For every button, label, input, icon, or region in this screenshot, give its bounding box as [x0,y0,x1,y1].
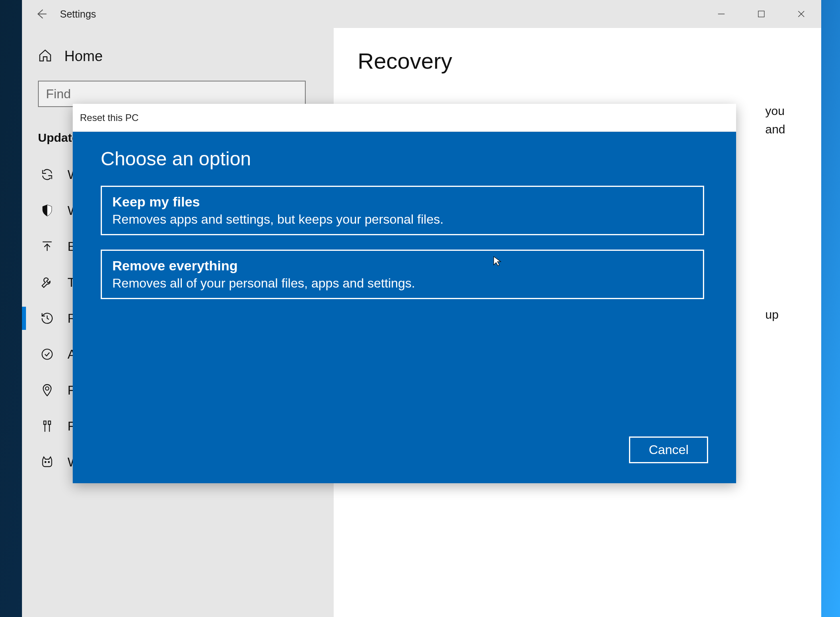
svg-rect-1 [758,11,764,17]
search-placeholder: Find [46,87,71,101]
shield-icon [40,204,55,217]
upload-icon [40,240,55,253]
developer-icon [40,419,55,433]
caption-buttons [701,0,821,28]
svg-rect-8 [48,421,51,425]
svg-rect-7 [44,421,46,425]
svg-point-5 [42,349,52,359]
ninja-cat-icon [40,455,55,469]
window-title: Settings [60,8,96,20]
close-icon [797,10,806,18]
option-remove-everything[interactable]: Remove everything Removes all of your pe… [101,250,704,299]
sidebar-home[interactable]: Home [38,48,318,65]
minimize-icon [717,10,726,18]
cancel-button[interactable]: Cancel [629,436,708,463]
history-icon [40,311,55,325]
option-keep-my-files[interactable]: Keep my files Removes apps and settings,… [101,186,704,235]
search-input[interactable]: Find [38,81,306,107]
option-desc: Removes apps and settings, but keeps you… [112,212,693,227]
svg-point-6 [46,387,49,391]
dialog-title: Reset this PC [73,104,736,132]
wrench-icon [40,276,55,289]
back-button[interactable] [22,0,60,28]
close-button[interactable] [781,0,821,28]
arrow-left-icon [35,8,48,20]
dialog-heading: Choose an option [101,148,708,170]
svg-point-11 [45,462,46,463]
sidebar-home-label: Home [64,48,103,65]
titlebar: Settings [22,0,821,28]
reset-pc-dialog: Reset this PC Choose an option Keep my f… [73,104,736,483]
page-title: Recovery [358,48,797,74]
cursor-icon [492,256,504,267]
maximize-button[interactable] [741,0,781,28]
location-icon [40,383,55,397]
minimize-button[interactable] [701,0,741,28]
option-title: Remove everything [112,258,693,274]
body-text-fragment: and [765,120,785,138]
option-title: Keep my files [112,194,693,210]
check-circle-icon [40,347,55,361]
option-desc: Removes all of your personal files, apps… [112,276,693,291]
body-text-fragment: up [765,306,778,323]
maximize-icon [757,10,765,18]
svg-point-12 [48,462,50,463]
sync-icon [40,168,55,181]
body-text-fragment: you [765,102,784,120]
home-icon [38,48,52,64]
